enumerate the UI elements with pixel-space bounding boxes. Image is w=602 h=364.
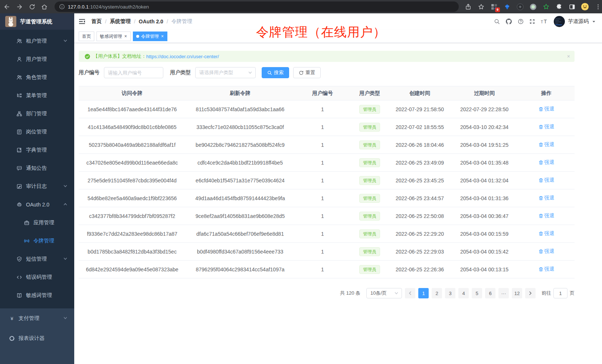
force-logout-link[interactable]: 强退: [539, 248, 554, 255]
bookmark-button[interactable]: [477, 3, 485, 11]
sidebar-item-报表设计器[interactable]: 报表设计器: [0, 328, 74, 348]
doc-link[interactable]: https://doc.iocoder.cn/user-center/: [146, 54, 219, 59]
tab-敏感词管理[interactable]: 敏感词管理×: [96, 32, 131, 41]
page-button-1[interactable]: 1: [418, 288, 429, 298]
page-button-6[interactable]: 6: [485, 288, 495, 298]
created-cell: 2022-06-25 23:44:57: [389, 189, 451, 207]
user-type-select[interactable]: 请选择用户类型: [195, 67, 256, 78]
action-cell: 强退: [518, 189, 575, 207]
sidebar-item-角色管理[interactable]: 角色管理: [0, 68, 74, 86]
extensions-puzzle-button[interactable]: [555, 3, 563, 11]
page-button-4[interactable]: 4: [458, 288, 469, 298]
address-bar[interactable]: 127.0.0.1:1024/system/oauth2/token: [55, 1, 459, 12]
side-panel-button[interactable]: [568, 3, 576, 11]
next-page-button[interactable]: [525, 288, 536, 298]
browser-home-button[interactable]: [39, 1, 50, 12]
font-size-icon[interactable]: TT: [541, 19, 548, 24]
alert-close-icon[interactable]: ×: [567, 53, 570, 59]
app-logo[interactable]: 芋道管理系统: [0, 13, 74, 30]
force-logout-link[interactable]: 强退: [539, 141, 554, 148]
github-icon[interactable]: [506, 18, 512, 25]
goto-page-input[interactable]: [553, 288, 567, 298]
sidebar-item-错误码管理[interactable]: 错误码管理: [0, 268, 74, 286]
extension-green-dot[interactable]: [529, 3, 537, 11]
goto-unit: 页: [570, 290, 575, 297]
sidebar-item-菜单管理[interactable]: 菜单管理: [0, 86, 74, 105]
extension-green-star[interactable]: [542, 3, 550, 11]
success-icon: [85, 54, 90, 59]
sidebar-item-敏感词管理[interactable]: 敏感词管理: [0, 286, 74, 304]
sidebar-item-通知公告[interactable]: 通知公告: [0, 159, 74, 177]
tab-close-icon[interactable]: ×: [161, 34, 164, 39]
sidebar-item-OAuth 2.0[interactable]: OAuth 2.0: [0, 195, 74, 214]
force-logout-label: 强退: [544, 212, 554, 219]
sidebar-item-部门管理[interactable]: 部门管理: [0, 105, 74, 123]
help-icon[interactable]: [518, 19, 524, 24]
sidebar-item-支付管理[interactable]: ¥支付管理: [0, 308, 74, 328]
column-header: 访问令牌: [79, 86, 186, 100]
user-id-input[interactable]: [104, 67, 163, 78]
alert-text: 【用户体系】文档地址：: [93, 53, 146, 60]
gem-icon: [504, 3, 511, 10]
sidebar-item-令牌管理[interactable]: A令牌管理: [0, 232, 74, 250]
sidebar-item-用户管理[interactable]: 用户管理: [0, 50, 74, 68]
search-icon[interactable]: [494, 19, 500, 24]
action-cell: 强退: [518, 207, 575, 225]
page-size-select[interactable]: 10条/页: [366, 288, 402, 298]
force-logout-link[interactable]: 强退: [539, 195, 554, 201]
extension-gem[interactable]: [503, 3, 511, 11]
sidebar-item-岗位管理[interactable]: 岗位管理: [0, 123, 74, 141]
sidebar-item-短信管理[interactable]: 短信管理: [0, 250, 74, 268]
breadcrumb-item[interactable]: 首页: [91, 18, 102, 25]
force-logout-link[interactable]: 强退: [539, 212, 554, 219]
back-icon: [3, 3, 10, 10]
share-button[interactable]: [464, 3, 472, 11]
breadcrumb-item[interactable]: 系统管理: [110, 18, 131, 25]
dict-icon: [16, 147, 22, 153]
action-cell: 强退: [518, 118, 575, 136]
force-logout-link[interactable]: 强退: [539, 106, 554, 112]
browser-forward-button[interactable]: [14, 1, 25, 12]
tab-close-icon[interactable]: ×: [124, 34, 127, 39]
expires-cell: 2054-03-04 19:51:25: [451, 136, 518, 154]
tab-首页[interactable]: 首页: [79, 32, 94, 41]
user-menu[interactable]: 芋道源码: [554, 16, 596, 27]
user-type-badge: 管理员: [359, 229, 380, 238]
user-id-cell: 1: [295, 100, 350, 118]
annotation-text: 令牌管理（在线用户）: [256, 24, 386, 41]
page-ellipsis[interactable]: ···: [498, 288, 509, 298]
page-button-12[interactable]: 12: [512, 288, 522, 298]
browser-back-button[interactable]: [1, 1, 13, 12]
force-logout-label: 强退: [544, 159, 554, 166]
force-logout-link[interactable]: 强退: [539, 230, 554, 237]
sidebar-item-审计日志[interactable]: 审计日志: [0, 177, 74, 195]
browser-menu-button[interactable]: [594, 3, 602, 11]
profile-avatar[interactable]: [581, 3, 589, 11]
prev-page-button[interactable]: [405, 288, 415, 298]
extension-dark-circle[interactable]: [516, 3, 524, 11]
page-button-5[interactable]: 5: [472, 288, 482, 298]
force-logout-link[interactable]: 强退: [539, 266, 554, 272]
page-button-2[interactable]: 2: [432, 288, 442, 298]
access-cell: c342377bf8b344799dcbf7bf095287f2: [79, 207, 186, 225]
page-buttons: 123456···12: [418, 288, 522, 298]
extension-blocks[interactable]: 9: [490, 3, 498, 11]
menu-icon: [16, 93, 22, 99]
fullscreen-icon[interactable]: [529, 19, 535, 24]
expires-cell: 2054-03-04 00:13:15: [451, 261, 518, 278]
sidebar-item-租户管理[interactable]: 租户管理: [0, 32, 74, 50]
breadcrumb-item[interactable]: OAuth 2.0: [139, 19, 163, 24]
force-logout-link[interactable]: 强退: [539, 159, 554, 166]
breadcrumb-separator: /: [134, 19, 135, 24]
user-type-cell: 管理员: [350, 225, 389, 243]
force-logout-link[interactable]: 强退: [539, 123, 554, 130]
sidebar-item-应用管理[interactable]: 应用管理: [0, 214, 74, 232]
page-button-3[interactable]: 3: [445, 288, 455, 298]
sidebar-item-字典管理[interactable]: 字典管理: [0, 141, 74, 159]
search-button[interactable]: 搜索: [262, 67, 289, 78]
tab-令牌管理[interactable]: 令牌管理×: [133, 32, 167, 41]
sidebar-collapse-button[interactable]: [78, 17, 86, 26]
force-logout-link[interactable]: 强退: [539, 177, 554, 183]
reset-button[interactable]: 重置: [293, 67, 321, 78]
browser-reload-button[interactable]: [26, 1, 37, 12]
